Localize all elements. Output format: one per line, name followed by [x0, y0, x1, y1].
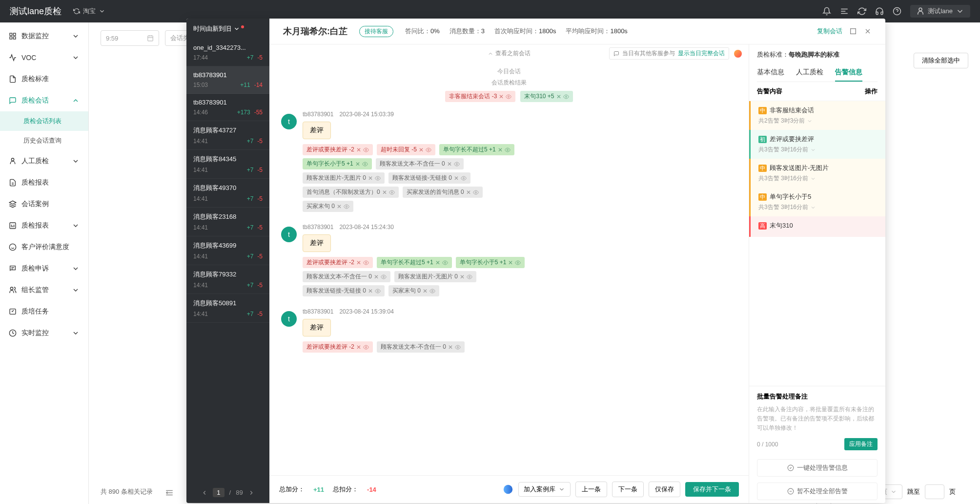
remove-tag-icon[interactable]: ✕ — [382, 189, 387, 196]
skip-all-button[interactable]: 暂不处理全部告警 — [757, 483, 878, 500]
time-filter[interactable]: 9:59 — [101, 30, 159, 46]
chevron-down-icon — [72, 54, 80, 62]
eye-icon — [563, 94, 569, 100]
headset-icon[interactable] — [875, 7, 884, 16]
panel-tab[interactable]: 基本信息 — [757, 64, 784, 82]
sync-icon[interactable] — [858, 7, 866, 16]
copy-session-link[interactable]: 复制会话 — [817, 27, 842, 36]
remove-tag-icon[interactable]: ✕ — [435, 259, 440, 266]
save-only-button[interactable]: 仅保存 — [649, 482, 680, 497]
help-icon[interactable] — [893, 7, 901, 16]
chevron-down-icon — [956, 7, 964, 16]
qc-tag: 差评或要挟差评 -2 ✕ — [303, 257, 373, 268]
svg-point-32 — [432, 290, 433, 292]
remove-tag-icon[interactable]: ✕ — [499, 93, 504, 100]
user-menu[interactable]: 测试lane — [910, 5, 970, 18]
remove-tag-icon[interactable]: ✕ — [556, 93, 561, 100]
remove-tag-icon[interactable]: ✕ — [423, 288, 428, 294]
remove-tag-icon[interactable]: ✕ — [454, 175, 459, 182]
remove-tag-icon[interactable]: ✕ — [337, 203, 342, 210]
remove-tag-icon[interactable]: ✕ — [355, 161, 360, 168]
sidebar-subitem[interactable]: 质检会话列表 — [0, 111, 88, 131]
sidebar-item[interactable]: 质检申诉 — [0, 258, 88, 279]
session-list-item[interactable]: 消息顾客50891 14:41 +7-5 — [186, 294, 269, 323]
sidebar-item[interactable]: 人工质检 — [0, 150, 88, 172]
remove-tag-icon[interactable]: ✕ — [356, 259, 361, 266]
remove-tag-icon[interactable]: ✕ — [508, 259, 513, 266]
save-next-button[interactable]: 保存并下一条 — [685, 482, 739, 497]
session-list-item[interactable]: 消息顾客23168 14:41 +7-5 — [186, 208, 269, 236]
session-list-item[interactable]: 消息顾客43699 14:41 +7-5 — [186, 236, 269, 265]
task-icon — [9, 308, 17, 315]
session-list-item[interactable]: one_id_3342273... 17:44 +7-5 — [186, 39, 269, 66]
sidebar-item[interactable]: 质培任务 — [0, 301, 88, 322]
remove-tag-icon[interactable]: ✕ — [356, 147, 361, 153]
sidebar-item[interactable]: 客户评价满意度 — [0, 236, 88, 258]
session-list-item[interactable]: 消息顾客79332 14:41 +7-5 — [186, 265, 269, 294]
page-next-icon[interactable] — [248, 489, 255, 496]
sidebar-item[interactable]: 实时监控 — [0, 322, 88, 344]
summary-tag: 非客服结束会话 -3 ✕ — [445, 91, 515, 102]
svg-point-35 — [504, 485, 512, 494]
session-list-item[interactable]: 消息顾客43727 14:41 +7-5 — [186, 121, 269, 150]
sidebar-item[interactable]: 质检会话 — [0, 90, 88, 111]
clear-selection-button[interactable]: 清除全部选中 — [914, 53, 968, 68]
apply-remark-button[interactable]: 应用备注 — [844, 438, 878, 450]
menu-icon[interactable] — [840, 7, 849, 16]
sidebar-item[interactable]: 组长监管 — [0, 279, 88, 301]
alert-item[interactable]: 中顾客发送图片-无图片 共3告警 3时16分前 — [749, 159, 885, 188]
sidebar-item[interactable]: 质检报表 — [0, 215, 88, 236]
remove-tag-icon[interactable]: ✕ — [374, 273, 379, 280]
view-previous-link[interactable]: 查看之前会话 — [488, 49, 531, 58]
sidebar-item[interactable]: 数据监控 — [0, 25, 88, 47]
svg-point-17 — [428, 149, 429, 150]
session-time: 14:41 — [193, 253, 208, 260]
remove-tag-icon[interactable]: ✕ — [466, 189, 471, 196]
process-all-button[interactable]: 一键处理告警信息 — [757, 459, 878, 477]
add-case-dropdown[interactable]: 加入案例库 — [518, 482, 571, 497]
sidebar-item[interactable]: 质检报表 — [0, 172, 88, 193]
panel-tab[interactable]: 告警信息 — [835, 64, 862, 82]
alert-item[interactable]: 初差评或要挟差评 共3告警 3时16分前 — [749, 130, 885, 159]
jump-page-input[interactable] — [925, 484, 944, 499]
prev-button[interactable]: 上一条 — [575, 482, 607, 497]
remove-tag-icon[interactable]: ✕ — [419, 147, 424, 153]
remove-tag-icon[interactable]: ✕ — [448, 344, 453, 351]
session-list-item[interactable]: tb83783901 14:46 +173-55 — [186, 94, 269, 121]
session-list-item[interactable]: 消息顾客84345 14:41 +7-5 — [186, 150, 269, 179]
sort-selector[interactable]: 时间由新到旧 — [186, 19, 269, 39]
remark-textarea[interactable]: 在此输入备注内容，将批量覆盖所有未备注的告警项。已有备注的告警项不受影响，后续都… — [757, 405, 878, 434]
platform-selector[interactable]: 淘宝 — [73, 7, 105, 16]
remove-tag-icon[interactable]: ✕ — [356, 344, 361, 351]
show-full-link[interactable]: 显示当日完整会话 — [678, 49, 725, 58]
alert-item[interactable]: 中非客服结束会话 共2告警 3时3分前 — [749, 101, 885, 130]
sidebar-item[interactable]: VOC — [0, 47, 88, 68]
refresh-icon — [73, 8, 80, 15]
remove-tag-icon[interactable]: ✕ — [368, 175, 373, 182]
sidebar-item[interactable]: 会话案例 — [0, 193, 88, 215]
remove-tag-icon[interactable]: ✕ — [447, 161, 452, 168]
globe-icon[interactable] — [503, 484, 513, 495]
session-list-item[interactable]: 消息顾客49370 14:41 +7-5 — [186, 179, 269, 208]
svg-point-29 — [383, 276, 385, 277]
page-prev-icon[interactable] — [201, 489, 208, 496]
chevron-down-icon — [99, 8, 105, 15]
next-button[interactable]: 下一条 — [612, 482, 644, 497]
remove-tag-icon[interactable]: ✕ — [460, 273, 465, 280]
svg-rect-5 — [10, 37, 12, 39]
panel-tab[interactable]: 人工质检 — [796, 64, 823, 82]
svg-point-28 — [517, 262, 519, 263]
expand-icon[interactable] — [849, 27, 857, 35]
collapse-sidebar-icon[interactable] — [165, 488, 174, 497]
session-status-tag: 接待客服 — [359, 26, 393, 37]
session-list-item[interactable]: tb83783901 15:03 +11-14 — [186, 66, 269, 94]
remove-tag-icon[interactable]: ✕ — [368, 288, 373, 294]
alert-item[interactable]: 高末句310 — [749, 216, 885, 237]
chevron-up-icon — [488, 51, 493, 57]
sidebar-item[interactable]: 质检标准 — [0, 68, 88, 90]
alert-item[interactable]: 中单句字长小于5 共3告警 3时16分前 — [749, 188, 885, 216]
sidebar-subitem[interactable]: 历史会话查询 — [0, 131, 88, 150]
bell-icon[interactable] — [822, 7, 831, 16]
remove-tag-icon[interactable]: ✕ — [498, 147, 503, 153]
close-icon[interactable] — [864, 27, 872, 35]
